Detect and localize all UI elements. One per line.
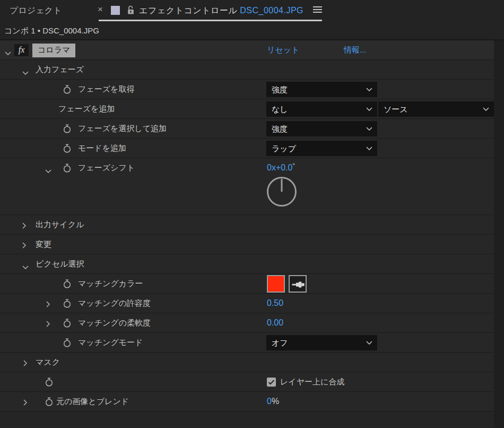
- dropdown-add-mode[interactable]: ラップ: [266, 141, 377, 156]
- stopwatch-icon[interactable]: [63, 143, 72, 156]
- stopwatch-icon[interactable]: [63, 298, 72, 311]
- unlock-icon[interactable]: [127, 5, 135, 15]
- value-unit: %: [272, 397, 279, 406]
- checkbox-label[interactable]: レイヤー上に合成: [280, 377, 344, 387]
- chevron-right-icon[interactable]: [22, 241, 27, 251]
- stopwatch-icon[interactable]: [63, 318, 72, 330]
- chevron-down-icon[interactable]: [5, 48, 11, 58]
- property-row-matching-tolerance: マッチングの許容度 0.50: [0, 294, 494, 313]
- group-label[interactable]: マスク: [36, 357, 60, 367]
- checkbox-composite-over-layer[interactable]: [267, 378, 276, 387]
- group-label[interactable]: 変更: [36, 239, 51, 250]
- group-row-output-cycle: 出力サイクル: [0, 215, 494, 235]
- group-row-pixel-selection: ピクセル選択: [0, 254, 494, 274]
- panel-menu-icon[interactable]: [313, 6, 322, 14]
- panel-icon: [111, 6, 120, 15]
- tab-project[interactable]: プロジェクト: [10, 5, 62, 16]
- property-label[interactable]: モードを追加: [78, 143, 126, 153]
- chevron-down-icon[interactable]: [45, 166, 51, 176]
- property-row-add-phase: フェーズを追加 なし ソース: [0, 99, 494, 119]
- dropdown-get-phase-from[interactable]: 強度: [266, 82, 377, 97]
- property-label[interactable]: 元の画像とブレンド: [56, 397, 129, 407]
- eyedropper-button[interactable]: [289, 275, 307, 293]
- dropdown-value: ラップ: [272, 144, 296, 153]
- about-button[interactable]: 情報...: [344, 45, 367, 55]
- property-label[interactable]: フェーズシフト: [78, 163, 135, 173]
- effect-header-row: fx コロラマ リセット 情報...: [0, 40, 494, 60]
- property-row-matching-color: マッチングカラー: [0, 274, 494, 294]
- chevron-down-icon: [366, 107, 372, 112]
- panel-tab-bar: プロジェクト × エフェクトコントロール DSC_0004.JPG: [0, 0, 504, 21]
- group-row-masks: マスク: [0, 353, 494, 372]
- value-blend-with-original[interactable]: 0%: [267, 397, 279, 406]
- value-unit: °: [292, 162, 294, 168]
- property-row-blend-with-original: 元の画像とブレンド 0%: [0, 392, 494, 412]
- tab-effect-controls-label: エフェクトコントロール: [139, 6, 237, 15]
- dropdown-add-phase-from[interactable]: ソース: [378, 101, 494, 117]
- reset-button[interactable]: リセット: [267, 45, 299, 55]
- property-row-get-phase-from: フェーズを取得 強度: [0, 80, 494, 99]
- property-label[interactable]: マッチングの柔軟度: [78, 318, 151, 328]
- fx-enable-badge[interactable]: fx: [14, 44, 29, 56]
- stopwatch-icon[interactable]: [63, 338, 72, 350]
- value-number: 0: [267, 397, 272, 406]
- effect-rows: fx コロラマ リセット 情報... 入力フェーズ フェーズを取得 強度 フェー…: [0, 40, 494, 427]
- dropdown-add-phase-select[interactable]: 強度: [266, 121, 377, 136]
- chevron-down-icon: [366, 341, 372, 345]
- chevron-down-icon: [366, 88, 372, 92]
- stopwatch-icon[interactable]: [63, 124, 72, 136]
- property-row-matching-softness: マッチングの柔軟度 0.00: [0, 313, 494, 333]
- dropdown-add-phase[interactable]: なし: [266, 101, 377, 117]
- group-label[interactable]: ピクセル選択: [36, 259, 84, 269]
- breadcrumb[interactable]: コンポ 1 • DSC_0004.JPG: [4, 26, 99, 36]
- color-swatch[interactable]: [267, 275, 285, 293]
- chevron-right-icon[interactable]: [22, 221, 27, 231]
- property-row-add-phase-select: フェーズを選択して追加 強度: [0, 119, 494, 139]
- property-row-composite-over-layer: レイヤー上に合成: [0, 372, 494, 392]
- effect-name[interactable]: コロラマ: [32, 44, 75, 57]
- phase-shift-value[interactable]: 0x+0.0°: [267, 162, 295, 173]
- close-icon[interactable]: ×: [98, 4, 103, 15]
- stopwatch-icon[interactable]: [63, 84, 72, 97]
- property-label[interactable]: フェーズを追加: [58, 104, 115, 114]
- tab-effect-controls[interactable]: エフェクトコントロール DSC_0004.JPG: [139, 5, 303, 16]
- group-label[interactable]: 出力サイクル: [36, 220, 84, 230]
- property-label[interactable]: マッチングモード: [78, 338, 143, 348]
- eyedropper-icon: [292, 281, 305, 288]
- property-label[interactable]: フェーズを選択して追加: [78, 124, 167, 134]
- group-row-modify: 変更: [0, 235, 494, 254]
- chevron-right-icon[interactable]: [46, 320, 50, 329]
- property-row-add-mode: モードを追加 ラップ: [0, 139, 494, 158]
- checkmark-icon: [268, 380, 275, 385]
- chevron-right-icon[interactable]: [23, 359, 28, 369]
- chevron-down-icon[interactable]: [22, 262, 29, 272]
- chevron-down-icon[interactable]: [22, 68, 29, 78]
- chevron-right-icon[interactable]: [46, 300, 50, 310]
- chevron-right-icon[interactable]: [23, 398, 28, 408]
- tab-active-filename: DSC_0004.JPG: [240, 6, 303, 15]
- group-label[interactable]: 入力フェーズ: [36, 65, 84, 75]
- dropdown-value: なし: [272, 105, 288, 114]
- panel-empty-area: [0, 412, 494, 427]
- chevron-down-icon: [366, 127, 372, 131]
- property-label[interactable]: マッチングの許容度: [78, 298, 151, 309]
- value-number: 0x+0.0: [267, 163, 292, 172]
- value-matching-tolerance[interactable]: 0.50: [267, 298, 283, 308]
- angle-dial[interactable]: [265, 175, 298, 210]
- stopwatch-icon[interactable]: [63, 163, 72, 175]
- dropdown-value: ソース: [384, 105, 408, 114]
- property-label[interactable]: フェーズを取得: [78, 84, 134, 95]
- stopwatch-icon[interactable]: [45, 397, 54, 409]
- property-row-matching-mode: マッチングモード オフ: [0, 333, 494, 353]
- stopwatch-icon[interactable]: [63, 279, 72, 291]
- value-matching-softness[interactable]: 0.00: [267, 318, 283, 328]
- property-label[interactable]: マッチングカラー: [78, 279, 143, 289]
- dropdown-value: 強度: [272, 85, 288, 94]
- stopwatch-icon[interactable]: [45, 377, 54, 389]
- dropdown-matching-mode[interactable]: オフ: [266, 335, 377, 350]
- dropdown-value: オフ: [272, 338, 288, 347]
- chevron-down-icon: [366, 147, 372, 151]
- effect-controls-panel: fx コロラマ リセット 情報... 入力フェーズ フェーズを取得 強度 フェー…: [0, 40, 504, 428]
- panel-right-margin: [494, 40, 504, 428]
- group-row-input-phase: 入力フェーズ: [0, 60, 494, 80]
